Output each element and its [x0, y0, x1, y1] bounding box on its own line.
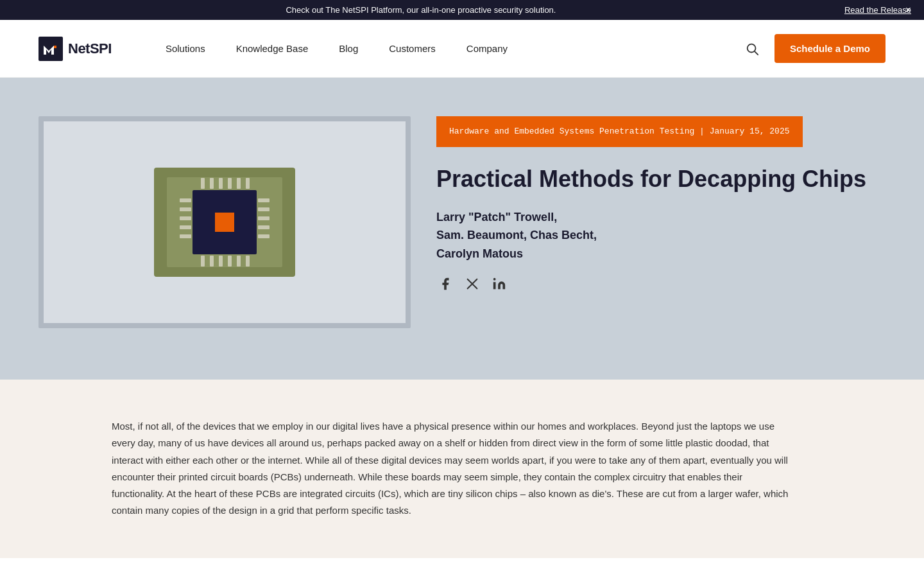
svg-rect-10 — [180, 207, 191, 211]
nav-item-blog[interactable]: Blog — [323, 20, 373, 78]
authors: Larry "Patch" Trowell, Sam. Beaumont, Ch… — [436, 208, 886, 263]
svg-line-4 — [755, 51, 758, 55]
article-intro-paragraph: Most, if not all, of the devices that we… — [112, 418, 792, 520]
nav-item-knowledge-base[interactable]: Knowledge Base — [221, 20, 324, 78]
svg-rect-13 — [180, 234, 191, 238]
linkedin-icon — [492, 277, 506, 291]
logo[interactable]: NetSPI — [38, 37, 112, 61]
search-button[interactable] — [740, 37, 764, 61]
svg-rect-19 — [201, 178, 205, 189]
social-icons — [436, 275, 886, 293]
announcement-bar: Check out The NetSPI Platform, our all-i… — [0, 0, 924, 20]
category-tag: Hardware and Embedded Systems Penetratio… — [436, 116, 803, 147]
svg-rect-16 — [258, 216, 270, 220]
article-body: Most, if not all, of the devices that we… — [0, 380, 924, 558]
hero-section: Hardware and Embedded Systems Penetratio… — [0, 78, 924, 380]
hero-image — [38, 116, 411, 328]
svg-rect-9 — [180, 198, 191, 202]
svg-rect-18 — [258, 234, 270, 238]
svg-rect-14 — [258, 198, 270, 202]
svg-rect-29 — [237, 256, 241, 267]
svg-rect-17 — [258, 225, 270, 229]
header: NetSPI Solutions Knowledge Base Blog Cus… — [0, 20, 924, 78]
svg-rect-2 — [54, 46, 56, 48]
chip-illustration — [141, 155, 308, 290]
svg-rect-23 — [237, 178, 241, 189]
svg-rect-15 — [258, 207, 270, 211]
svg-rect-26 — [210, 256, 214, 267]
x-twitter-icon — [465, 277, 479, 291]
svg-rect-8 — [215, 213, 234, 232]
facebook-icon — [438, 277, 452, 291]
svg-rect-27 — [219, 256, 223, 267]
author-line-1: Larry "Patch" Trowell, — [436, 208, 886, 227]
article-title: Practical Methods for Decapping Chips — [436, 165, 886, 193]
svg-rect-12 — [180, 225, 191, 229]
svg-rect-20 — [210, 178, 214, 189]
netspi-logo-icon — [38, 37, 63, 61]
logo-text: NetSPI — [68, 40, 112, 57]
svg-rect-21 — [219, 178, 223, 189]
announcement-close-button[interactable]: × — [905, 5, 911, 15]
schedule-demo-button[interactable]: Schedule a Demo — [774, 34, 886, 63]
svg-rect-28 — [228, 256, 232, 267]
main-nav: Solutions Knowledge Base Blog Customers … — [150, 20, 714, 78]
author-line-3: Carolyn Matous — [436, 245, 886, 263]
nav-item-solutions[interactable]: Solutions — [150, 20, 221, 78]
nav-item-customers[interactable]: Customers — [373, 20, 451, 78]
search-icon — [745, 42, 759, 56]
header-right: Schedule a Demo — [740, 34, 886, 63]
announcement-text: Check out The NetSPI Platform, our all-i… — [13, 5, 829, 15]
svg-rect-30 — [246, 256, 250, 267]
svg-rect-25 — [201, 256, 205, 267]
twitter-share-button[interactable] — [463, 275, 481, 293]
svg-rect-24 — [246, 178, 250, 189]
announcement-link[interactable]: Read the Release — [844, 5, 911, 15]
author-line-2: Sam. Beaumont, Chas Becht, — [436, 226, 886, 245]
svg-rect-11 — [180, 216, 191, 220]
nav-item-company[interactable]: Company — [451, 20, 523, 78]
hero-content: Hardware and Embedded Systems Penetratio… — [436, 116, 886, 293]
facebook-share-button[interactable] — [436, 275, 454, 293]
linkedin-share-button[interactable] — [490, 275, 508, 293]
svg-point-31 — [493, 278, 496, 281]
svg-rect-22 — [228, 178, 232, 189]
